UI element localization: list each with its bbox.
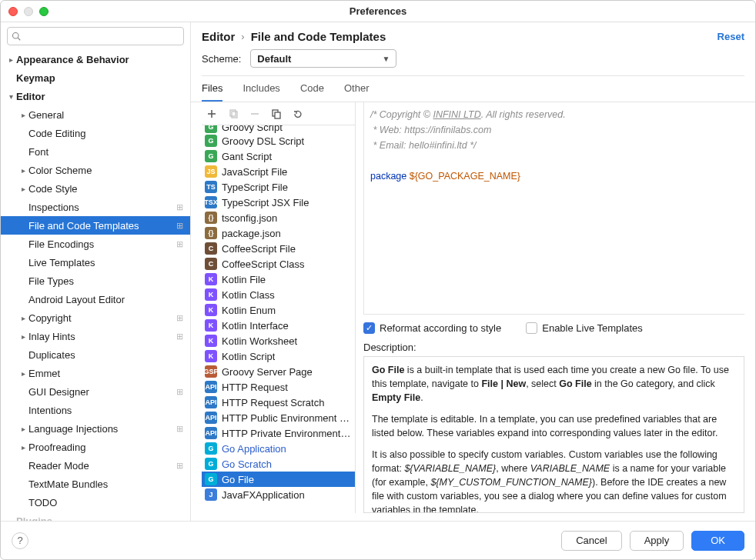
template-list[interactable]: GGroovy ScriptGGroovy DSL ScriptGGant Sc… bbox=[202, 125, 355, 513]
template-item[interactable]: GGroovy DSL Script bbox=[202, 133, 355, 148]
sidebar-item-label: Plugins bbox=[16, 515, 184, 522]
template-item[interactable]: APIHTTP Request bbox=[202, 379, 355, 395]
ok-button[interactable]: OK bbox=[691, 531, 744, 551]
tab-code[interactable]: Code bbox=[300, 82, 324, 102]
template-item[interactable]: KKotlin Interface bbox=[202, 318, 355, 333]
sidebar-item[interactable]: TODO bbox=[1, 493, 190, 512]
sidebar-item[interactable]: Duplicates bbox=[1, 345, 190, 364]
sidebar-item[interactable]: ▸Emmet bbox=[1, 364, 190, 382]
sidebar-item[interactable]: Live Templates bbox=[1, 253, 190, 272]
template-name: JavaFXApplication bbox=[222, 489, 305, 501]
template-name: Go File bbox=[222, 474, 254, 485]
copy2-button[interactable] bbox=[269, 107, 283, 121]
file-type-icon: G bbox=[205, 458, 217, 470]
sidebar-item[interactable]: ▸Color Scheme bbox=[1, 161, 190, 179]
template-name: Go Scratch bbox=[222, 458, 272, 470]
template-item[interactable]: KKotlin Class bbox=[202, 287, 355, 302]
template-name: TypeScript JSX File bbox=[222, 197, 309, 208]
sidebar-item[interactable]: ▸Appearance & Behavior bbox=[1, 50, 190, 68]
project-scope-icon: ⊞ bbox=[176, 221, 184, 231]
template-item[interactable]: GGo Application bbox=[202, 441, 355, 456]
template-item[interactable]: APIHTTP Request Scratch bbox=[202, 395, 355, 410]
file-type-icon: G bbox=[205, 150, 217, 162]
chevron-right-icon: › bbox=[241, 31, 244, 42]
search-input[interactable] bbox=[7, 27, 184, 45]
template-item[interactable]: APIHTTP Public Environment File bbox=[202, 410, 355, 425]
sidebar-item[interactable]: Code Editing bbox=[1, 124, 190, 142]
template-item[interactable]: TSXTypeScript JSX File bbox=[202, 195, 355, 210]
tab-includes[interactable]: Includes bbox=[243, 82, 279, 102]
sidebar-item[interactable]: ▸Copyright⊞ bbox=[1, 308, 190, 327]
sidebar-item[interactable]: GUI Designer⊞ bbox=[1, 382, 190, 401]
sidebar-item[interactable]: Font bbox=[1, 142, 190, 161]
file-type-icon: GSP bbox=[205, 365, 217, 378]
sidebar-item[interactable]: Reader Mode⊞ bbox=[1, 456, 190, 475]
add-button[interactable] bbox=[205, 107, 219, 121]
sidebar-item[interactable]: Intentions bbox=[1, 401, 190, 419]
sidebar-item[interactable]: File Encodings⊞ bbox=[1, 235, 190, 253]
template-item[interactable]: {}tsconfig.json bbox=[202, 210, 355, 225]
reset-link[interactable]: Reset bbox=[718, 31, 744, 42]
template-item[interactable]: APIHTTP Private Environment File bbox=[202, 425, 355, 441]
tab-files[interactable]: Files bbox=[202, 82, 222, 102]
template-item[interactable]: JSJavaScript File bbox=[202, 164, 355, 179]
template-name: HTTP Public Environment File bbox=[222, 412, 352, 424]
project-scope-icon: ⊞ bbox=[176, 424, 184, 434]
reformat-checkbox[interactable]: ✓ Reformat according to style bbox=[363, 322, 501, 334]
sidebar-item-label: Color Scheme bbox=[28, 165, 184, 176]
settings-tree[interactable]: ▸Appearance & BehaviorKeymap▾Editor▸Gene… bbox=[1, 50, 190, 521]
cancel-button[interactable]: Cancel bbox=[561, 531, 621, 551]
copy-button bbox=[226, 107, 240, 121]
sidebar-item-label: Live Templates bbox=[28, 257, 184, 268]
file-type-icon: {} bbox=[205, 227, 217, 239]
template-name: Groovy Script bbox=[222, 125, 283, 133]
sidebar-item[interactable]: ▾Editor bbox=[1, 87, 190, 105]
template-item[interactable]: KKotlin Worksheet bbox=[202, 333, 355, 348]
help-button[interactable]: ? bbox=[12, 532, 28, 549]
template-item[interactable]: JJavaFXApplication bbox=[202, 487, 355, 502]
template-item[interactable]: GGant Script bbox=[202, 148, 355, 164]
zoom-window-icon[interactable] bbox=[39, 7, 49, 16]
sidebar-item[interactable]: TextMate Bundles bbox=[1, 475, 190, 493]
svg-rect-8 bbox=[275, 112, 280, 118]
sidebar-item-label: File Types bbox=[28, 275, 184, 287]
template-item[interactable]: CCoffeeScript Class bbox=[202, 256, 355, 272]
template-item[interactable]: GGo File bbox=[202, 472, 355, 487]
scheme-select[interactable]: Default ▼ bbox=[250, 49, 396, 68]
file-type-icon: G bbox=[205, 125, 217, 133]
sidebar-item-label: General bbox=[28, 109, 184, 121]
template-item[interactable]: TSTypeScript File bbox=[202, 179, 355, 195]
template-item[interactable]: GGroovy Script bbox=[202, 125, 355, 133]
sidebar-item[interactable]: File and Code Templates⊞ bbox=[1, 216, 190, 235]
sidebar-item[interactable]: ▸Language Injections⊞ bbox=[1, 419, 190, 438]
live-templates-checkbox[interactable]: Enable Live Templates bbox=[526, 322, 643, 334]
template-item[interactable]: GGo Scratch bbox=[202, 456, 355, 472]
template-item[interactable]: KKotlin File bbox=[202, 272, 355, 287]
template-item[interactable]: CCoffeeScript File bbox=[202, 241, 355, 256]
sidebar-item[interactable]: Inspections⊞ bbox=[1, 198, 190, 216]
chevron-down-icon: ▼ bbox=[382, 55, 390, 63]
template-name: Gant Script bbox=[222, 151, 272, 162]
sidebar-item[interactable]: ▸Proofreading bbox=[1, 438, 190, 456]
template-editor[interactable]: /* Copyright © INFINI LTD. All rights re… bbox=[363, 102, 744, 315]
check-icon: ✓ bbox=[363, 322, 375, 334]
sidebar-item[interactable]: ▸General bbox=[1, 105, 190, 124]
sidebar-item[interactable]: ▸Inlay Hints⊞ bbox=[1, 327, 190, 345]
sidebar-item[interactable]: ▸Code Style bbox=[1, 179, 190, 198]
template-item[interactable]: GSPGroovy Server Page bbox=[202, 364, 355, 379]
template-item[interactable]: KKotlin Enum bbox=[202, 302, 355, 318]
template-item[interactable]: KKotlin Script bbox=[202, 348, 355, 364]
apply-button[interactable]: Apply bbox=[630, 531, 684, 551]
tab-other[interactable]: Other bbox=[344, 82, 370, 102]
sidebar-item[interactable]: File Types bbox=[1, 272, 190, 290]
breadcrumb-editor[interactable]: Editor bbox=[202, 30, 235, 43]
sidebar-item[interactable]: Keymap bbox=[1, 68, 190, 87]
sidebar-item-label: Proofreading bbox=[28, 442, 184, 453]
sidebar-item-label: Inspections bbox=[28, 202, 176, 213]
sidebar-item[interactable]: Plugins bbox=[1, 512, 190, 521]
template-item[interactable]: {}package.json bbox=[202, 225, 355, 241]
revert-button[interactable] bbox=[291, 107, 305, 121]
sidebar-item[interactable]: Android Layout Editor bbox=[1, 290, 190, 308]
close-window-icon[interactable] bbox=[8, 7, 18, 16]
minimize-window-icon bbox=[24, 7, 33, 16]
